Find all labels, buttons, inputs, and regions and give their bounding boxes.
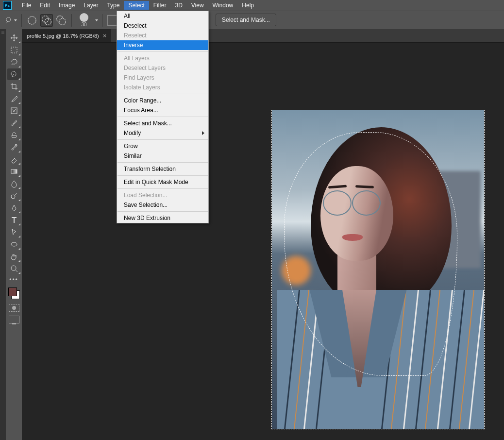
select-and-mask-button[interactable]: Select and Mask...: [216, 14, 276, 26]
menu-item-isolate-layers: Isolate Layers: [117, 83, 208, 92]
separator: [21, 14, 22, 27]
menu-layer[interactable]: Layer: [79, 1, 102, 10]
options-bar: 30 Select and Mask...: [0, 11, 504, 30]
blur-tool[interactable]: [7, 178, 21, 189]
document-tab-label: profile 5.jpg @ 16.7% (RGB/8): [27, 33, 99, 39]
menu-item-select-and-mask[interactable]: Select and Mask...: [117, 118, 208, 128]
hand-tool[interactable]: [7, 251, 21, 262]
menu-separator: [118, 211, 208, 212]
eyedropper-tool[interactable]: [7, 93, 21, 104]
svg-point-2: [42, 16, 49, 22]
svg-rect-11: [11, 169, 17, 173]
menu-image[interactable]: Image: [54, 1, 79, 10]
svg-point-13: [11, 242, 17, 246]
tool-preset-picker[interactable]: [5, 14, 17, 27]
rect-marquee-tool[interactable]: [7, 44, 21, 56]
menu-separator: [118, 162, 208, 163]
separator: [102, 14, 102, 27]
svg-point-0: [6, 17, 11, 21]
menu-item-find-layers: Find Layers: [117, 73, 208, 83]
menu-separator: [118, 94, 208, 94]
app-logo: Ps: [3, 1, 12, 10]
subtract-selection-icon[interactable]: [55, 14, 67, 27]
workspace: ••• profile 5.jpg @ 16.7% (RGB/8) ×: [0, 29, 504, 440]
foreground-color-swatch[interactable]: [8, 288, 17, 296]
menu-item-grow[interactable]: Grow: [117, 141, 208, 151]
clone-stamp-tool[interactable]: [7, 129, 21, 141]
menu-item-all[interactable]: All: [117, 11, 208, 21]
quick-mask-icon[interactable]: [9, 304, 19, 312]
menu-view[interactable]: View: [187, 1, 208, 10]
brush-picker[interactable]: 30: [76, 13, 92, 28]
menu-file[interactable]: File: [17, 1, 35, 10]
gradient-tool[interactable]: [7, 166, 21, 177]
menu-item-similar[interactable]: Similar: [117, 151, 208, 161]
eraser-tool[interactable]: [7, 153, 21, 165]
chevron-down-icon[interactable]: [95, 19, 98, 21]
screen-mode-icon[interactable]: [9, 316, 19, 323]
select-menu-dropdown: AllDeselectReselectInverseAll LayersDese…: [117, 11, 209, 223]
svg-point-3: [45, 18, 51, 25]
menu-item-focus-area[interactable]: Focus Area...: [117, 105, 208, 115]
menu-item-transform-selection[interactable]: Transform Selection: [117, 164, 208, 174]
crop-tool[interactable]: [7, 81, 21, 92]
menu-select[interactable]: Select: [124, 1, 149, 10]
brush-tool[interactable]: [7, 117, 21, 129]
menu-item-load-selection: Load Selection...: [117, 190, 208, 200]
dodge-tool[interactable]: [7, 190, 21, 202]
panel-gutter: [0, 29, 6, 440]
color-swatches[interactable]: [7, 287, 21, 300]
svg-point-14: [11, 266, 16, 271]
svg-point-8: [11, 71, 16, 76]
quick-select-tool[interactable]: [7, 68, 21, 80]
document-area: profile 5.jpg @ 16.7% (RGB/8) ×: [22, 29, 504, 440]
history-brush-tool[interactable]: [7, 141, 21, 153]
menu-item-deselect-layers: Deselect Layers: [117, 63, 208, 73]
path-select-tool[interactable]: [7, 226, 21, 238]
menu-bar: Ps FileEditImageLayerTypeSelectFilter3DV…: [0, 0, 504, 11]
pen-tool[interactable]: [7, 202, 21, 214]
menu-item-deselect[interactable]: Deselect: [117, 21, 208, 31]
lasso-tool[interactable]: [7, 56, 21, 68]
zoom-tool[interactable]: [7, 263, 21, 274]
canvas[interactable]: [272, 110, 484, 429]
menu-item-color-range[interactable]: Color Range...: [117, 96, 208, 105]
menu-separator: [118, 117, 208, 117]
svg-rect-7: [11, 47, 17, 53]
menu-filter[interactable]: Filter: [149, 1, 171, 10]
separator: [71, 14, 72, 27]
healing-brush-tool[interactable]: [7, 105, 21, 117]
menu-item-edit-in-quick-mask-mode[interactable]: Edit in Quick Mask Mode: [117, 177, 208, 187]
svg-point-12: [11, 195, 15, 199]
menu-item-all-layers: All Layers: [117, 53, 208, 63]
close-icon[interactable]: ×: [103, 32, 107, 39]
svg-point-5: [59, 18, 66, 25]
move-tool[interactable]: [7, 32, 21, 44]
menu-help[interactable]: Help: [237, 1, 258, 10]
add-selection-icon[interactable]: [40, 14, 53, 27]
menu-edit[interactable]: Edit: [35, 1, 54, 10]
tools-panel: •••: [6, 29, 22, 440]
menu-type[interactable]: Type: [102, 1, 124, 10]
menu-item-reselect: Reselect: [117, 31, 208, 40]
menu-separator: [118, 139, 208, 140]
menu-item-new-3d-extrusion[interactable]: New 3D Extrusion: [117, 213, 208, 223]
ellipse-tool[interactable]: [7, 238, 21, 250]
type-tool[interactable]: [7, 214, 21, 226]
menu-separator: [118, 51, 208, 52]
menu-item-save-selection[interactable]: Save Selection...: [117, 200, 208, 210]
new-selection-icon[interactable]: [26, 14, 38, 27]
document-image: [272, 110, 484, 429]
menu-separator: [118, 188, 208, 189]
document-tab-bar: profile 5.jpg @ 16.7% (RGB/8) ×: [22, 29, 504, 43]
menu-item-inverse[interactable]: Inverse: [117, 40, 208, 50]
menu-3d[interactable]: 3D: [170, 1, 186, 10]
submenu-arrow-icon: [202, 131, 204, 135]
menu-window[interactable]: Window: [208, 1, 238, 10]
menu-separator: [118, 175, 208, 176]
document-tab[interactable]: profile 5.jpg @ 16.7% (RGB/8) ×: [22, 29, 111, 42]
svg-point-1: [28, 17, 36, 24]
menu-item-modify[interactable]: Modify: [117, 128, 208, 138]
edit-toolbar-icon[interactable]: •••: [9, 275, 18, 285]
